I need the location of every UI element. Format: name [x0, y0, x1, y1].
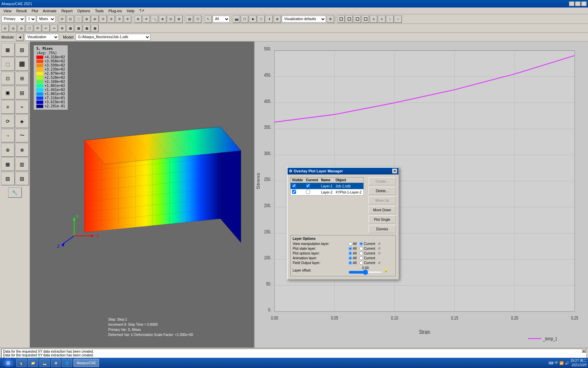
sidebar-icon-14[interactable]: 〜	[15, 129, 29, 142]
tool-btn-9[interactable]: ④	[124, 15, 131, 23]
animation-all-radio[interactable]	[348, 256, 352, 260]
layer1-visible-checkbox[interactable]	[292, 184, 296, 188]
primary-select[interactable]: Primary	[1, 16, 25, 22]
plot-state-current-radio[interactable]	[359, 247, 363, 250]
all-select[interactable]: All	[213, 16, 230, 22]
menu-shortcut[interactable]: ?↗	[137, 8, 146, 13]
tool-rotate[interactable]: ↺	[143, 15, 150, 23]
sidebar-icon-2[interactable]: ▧	[15, 43, 29, 57]
menu-options[interactable]: Options	[75, 9, 92, 13]
t2-btn5[interactable]: ⟳	[34, 25, 42, 32]
t2-btn10[interactable]: ▦	[75, 25, 82, 32]
t2-btn4[interactable]: ⬡	[26, 25, 33, 32]
viz-defaults-select[interactable]: Visualization defaults	[282, 16, 326, 22]
tool-btn-1[interactable]: ⟳	[59, 15, 66, 23]
plot-options-current-radio[interactable]	[359, 251, 363, 255]
sidebar-icon-17[interactable]: ▦	[1, 157, 15, 171]
tool-grid[interactable]: ▤	[186, 15, 193, 23]
view-current-radio[interactable]	[359, 242, 363, 246]
layer2-current-checkbox[interactable]	[306, 190, 310, 194]
sidebar-icon-10[interactable]: ≈	[15, 100, 29, 114]
icon-h[interactable]: ↔	[394, 15, 402, 23]
field-output-all-radio[interactable]	[348, 261, 352, 265]
sidebar-icon-6[interactable]: ⊞	[15, 72, 29, 85]
taskbar-app-1[interactable]: 🐧	[16, 359, 27, 367]
layer1-current-checkbox[interactable]	[306, 184, 310, 188]
tool-btn-4[interactable]: ⊞	[83, 15, 91, 23]
create-button[interactable]: Create...	[369, 177, 396, 185]
taskbar-abaqus-item[interactable]: Abaqus/CAE	[74, 359, 99, 367]
layer2-current[interactable]	[305, 189, 320, 196]
sidebar-icon-3[interactable]: ⬚	[1, 57, 15, 71]
dismiss-button[interactable]: Dismiss	[369, 225, 396, 233]
taskbar-app-2[interactable]: 📁	[28, 359, 38, 367]
sidebar-icon-8[interactable]: ▤	[15, 86, 29, 99]
menu-view[interactable]: View	[1, 9, 14, 13]
move-down-button[interactable]: Move Down	[369, 206, 396, 214]
move-up-button[interactable]: Move Up	[369, 196, 396, 204]
sidebar-icon-5[interactable]: ⊡	[1, 72, 15, 85]
sidebar-icon-12[interactable]: ◈	[15, 114, 29, 128]
sidebar-icon-16[interactable]: ⊗	[15, 143, 29, 157]
taskbar-app-5[interactable]: 🌐	[62, 359, 72, 367]
tool-fit[interactable]: ⊡	[167, 15, 175, 23]
tool-btn-7[interactable]: ②	[108, 15, 115, 23]
solid-btn[interactable]: ■	[249, 15, 257, 23]
module-select[interactable]: Visualization	[25, 34, 59, 41]
menu-tools[interactable]: Tools	[93, 9, 106, 13]
sidebar-icon-7[interactable]: ▣	[1, 86, 15, 99]
animation-current-radio[interactable]	[359, 256, 363, 260]
t2-btn7[interactable]: ↪	[50, 25, 58, 32]
t2-btn3[interactable]: ◎	[18, 25, 25, 32]
sidebar-icon-4[interactable]: ⬛	[15, 57, 29, 71]
t2-btn11[interactable]: ▦	[83, 25, 91, 32]
tool-box[interactable]: ⊞	[175, 15, 183, 23]
view3d-btn[interactable]: ⬡	[241, 15, 248, 23]
icon-g[interactable]: ↕	[386, 15, 394, 23]
maximize-button[interactable]: □	[575, 1, 581, 6]
menu-help[interactable]: Help	[125, 9, 137, 13]
tool-move[interactable]: ⊕	[134, 15, 142, 23]
layer1-visible[interactable]	[291, 183, 305, 189]
menu-plot[interactable]: Plot	[30, 9, 40, 13]
layer-row-2[interactable]: Layer-2 XYPlot-1-Layer-2	[291, 189, 364, 196]
mises-select[interactable]: Mises	[37, 16, 55, 22]
menu-animate[interactable]: Animate	[41, 9, 59, 13]
menu-plugins[interactable]: Plug-ins	[107, 9, 124, 13]
settings-btn[interactable]: ⚙	[327, 15, 334, 23]
icon-f[interactable]: A	[378, 15, 386, 23]
plot-state-all-radio[interactable]	[348, 247, 352, 250]
icon-c[interactable]: 🔲	[354, 15, 361, 23]
menu-report[interactable]: Report	[59, 9, 75, 13]
module-arrow[interactable]: ◀	[16, 33, 23, 41]
sidebar-icon-21[interactable]: 🔧	[8, 187, 22, 198]
plot-options-all-radio[interactable]	[348, 251, 352, 255]
extra-btn[interactable]: ⊕	[274, 15, 281, 23]
tool-label[interactable]: ㊇	[194, 15, 201, 23]
tool-btn-6[interactable]: ①	[99, 15, 107, 23]
sidebar-icon-9[interactable]: ≡	[1, 100, 15, 114]
tool-btn-2[interactable]: ⊡	[67, 15, 74, 23]
icon-d[interactable]: 🔲	[362, 15, 369, 23]
layer2-visible[interactable]	[291, 189, 305, 196]
t2-btn2[interactable]: ◎	[10, 25, 17, 32]
sidebar-icon-15[interactable]: ⊕	[1, 143, 15, 157]
sidebar-icon-20[interactable]: ▧	[15, 172, 29, 185]
icon-a[interactable]: 🔲	[337, 15, 345, 23]
icon-e[interactable]: A	[370, 15, 377, 23]
sidebar-icon-19[interactable]: ▨	[1, 172, 15, 185]
dialog-close-button[interactable]: ✕	[392, 169, 397, 173]
wire-btn[interactable]: □	[257, 15, 265, 23]
start-button[interactable]: ⊞	[1, 359, 15, 367]
taskbar-app-4[interactable]: 🖥	[51, 359, 61, 367]
layer-row-1[interactable]: Layer-1 Job-1.odb	[291, 183, 364, 189]
model-select[interactable]: G:/Abaqus_files/stress/Job-1.odb	[76, 34, 150, 41]
minimize-button[interactable]: –	[569, 1, 574, 6]
s-select[interactable]: S	[26, 16, 36, 22]
menu-result[interactable]: Result	[14, 9, 29, 13]
sidebar-icon-1[interactable]: ▦	[1, 43, 15, 57]
tool-zoom2[interactable]: ⊕	[159, 15, 166, 23]
t2-btn8[interactable]: ⊞	[59, 25, 66, 32]
taskbar-app-3[interactable]: 💻	[39, 359, 50, 367]
t2-btn1[interactable]: ◎	[1, 25, 9, 32]
